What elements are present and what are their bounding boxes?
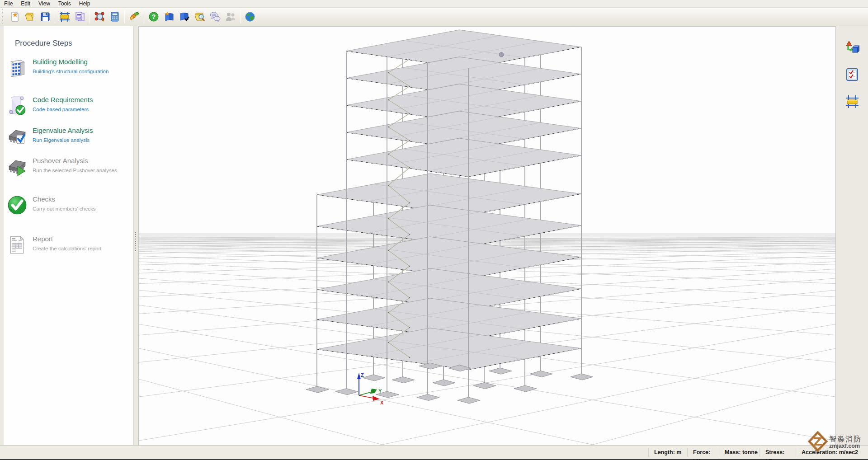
- sidebar-item-description: Create the calculations' report: [33, 246, 101, 251]
- save-icon: [39, 11, 51, 23]
- brush-icon: [128, 11, 140, 23]
- menu-help[interactable]: Help: [75, 0, 94, 7]
- sidebar-item-report[interactable]: Report Create the calculations' report: [4, 234, 133, 260]
- tutorial-button[interactable]: ★: [162, 9, 176, 24]
- report-button[interactable]: [73, 9, 87, 24]
- sidebar-item-description: Building's structural configuration: [33, 69, 108, 74]
- save-button[interactable]: [38, 9, 52, 24]
- view-3d-button[interactable]: [844, 40, 861, 57]
- sidebar-item-description: Carry out members' checks: [33, 206, 96, 211]
- model-viewport[interactable]: Z Y X: [138, 26, 835, 445]
- main-toolbar: ★: [0, 8, 868, 26]
- checks-list-button[interactable]: [844, 67, 861, 84]
- sidebar-item-label: Code Requirements: [33, 96, 93, 103]
- right-tool-strip: [835, 26, 868, 445]
- building-model-button[interactable]: [57, 9, 72, 24]
- sidebar-item-eigenvalue-analysis[interactable]: Eigenvalue Analysis Run Eigenvalue analy…: [4, 126, 133, 152]
- menu-file[interactable]: File: [0, 0, 17, 7]
- sidebar-item-label: Checks: [33, 195, 55, 203]
- checklist-icon: [845, 68, 859, 83]
- calculator-button[interactable]: [108, 9, 122, 24]
- sidebar-item-description: Run the selected Pushover analyses: [33, 168, 117, 173]
- status-length-unit: Length: m: [648, 448, 687, 457]
- website-globe-icon: [244, 11, 256, 23]
- code-scroll-icon: [6, 95, 28, 117]
- sidebar-item-checks[interactable]: Checks Carry out members' checks: [4, 194, 133, 221]
- toolbar-separator: [124, 10, 125, 23]
- tutorial-book-icon: ★: [163, 11, 175, 23]
- report-pages-icon: [74, 11, 86, 23]
- sidebar-item-description: Run Eigenvalue analysis: [33, 137, 90, 143]
- chip-play-icon: [6, 156, 28, 178]
- toolbar-grip[interactable]: [2, 9, 4, 24]
- toolbar-separator: [240, 10, 241, 23]
- beam-view-button[interactable]: [844, 94, 861, 111]
- panel-title: Procedure Steps: [15, 39, 72, 48]
- calculator-icon: [109, 11, 121, 23]
- frame-model-icon: [59, 11, 71, 23]
- support-disabled-icon: [225, 11, 236, 23]
- sidebar-item-description: Code-based parameters: [33, 107, 89, 112]
- new-document-button[interactable]: ★: [7, 9, 22, 24]
- forum-icon: [209, 11, 221, 23]
- axis-x-label: X: [380, 400, 384, 405]
- procedure-steps-panel: Procedure Steps Building Modelling Build…: [4, 26, 134, 445]
- sidebar-item-label: Eigenvalue Analysis: [33, 127, 93, 134]
- model-search-icon: [94, 11, 105, 23]
- report-doc-icon: [6, 234, 28, 256]
- status-force-unit: Force: kN: [687, 448, 719, 457]
- sidebar-item-label: Building Modelling: [33, 58, 88, 66]
- search-folder-icon: [194, 11, 206, 23]
- status-acceleration-unit: Acceleration: m/sec2: [796, 448, 867, 457]
- axis-z-label: Z: [361, 372, 364, 378]
- beam-frame-icon: [845, 94, 859, 111]
- panel-splitter[interactable]: [134, 26, 138, 445]
- sidebar-item-code-requirements[interactable]: Code Requirements Code-based parameters: [4, 95, 133, 121]
- sidebar-item-label: Report: [33, 235, 53, 243]
- sidebar-item-pushover-analysis[interactable]: Pushover Analysis Run the selected Pusho…: [4, 156, 133, 182]
- splitter-grip: [135, 232, 136, 252]
- view-3d-icon: [845, 40, 859, 56]
- display-settings-button[interactable]: [127, 9, 142, 24]
- svg-text:★: ★: [13, 12, 18, 18]
- svg-text:?: ?: [152, 13, 156, 20]
- model-viewer-button[interactable]: [92, 9, 107, 24]
- menu-edit[interactable]: Edit: [17, 0, 34, 7]
- help-icon: ?: [148, 11, 160, 23]
- website-button[interactable]: [243, 9, 257, 24]
- sample-files-button[interactable]: [193, 9, 207, 24]
- menu-tools[interactable]: Tools: [54, 0, 75, 7]
- status-mass-unit: Mass: tonne: [719, 448, 760, 457]
- user-manual-button[interactable]: [177, 9, 192, 24]
- support-button-disabled[interactable]: [223, 9, 238, 24]
- toolbar-separator: [55, 10, 55, 23]
- open-project-button[interactable]: [23, 9, 37, 24]
- toolbar-separator: [144, 10, 144, 23]
- status-stress-unit: Stress: kPa: [760, 448, 796, 457]
- green-check-icon: [6, 194, 28, 216]
- svg-text:★: ★: [165, 11, 170, 16]
- axis-y-label: Y: [378, 388, 382, 394]
- menu-view[interactable]: View: [34, 0, 54, 7]
- manual-book-icon: [179, 11, 190, 23]
- help-button[interactable]: ?: [146, 9, 161, 24]
- menu-bar: File Edit View Tools Help: [0, 0, 868, 8]
- chip-check-icon: [6, 126, 28, 147]
- status-bar: Length: m Force: kN Mass: tonne Stress: …: [0, 445, 868, 460]
- new-document-icon: ★: [9, 11, 20, 23]
- sidebar-item-label: Pushover Analysis: [33, 157, 88, 164]
- toolbar-separator: [90, 10, 90, 23]
- open-folder-icon: [24, 11, 36, 23]
- building-icon: [6, 57, 28, 79]
- forum-button[interactable]: [208, 9, 222, 24]
- sidebar-item-building-modelling[interactable]: Building Modelling Building's structural…: [4, 57, 133, 83]
